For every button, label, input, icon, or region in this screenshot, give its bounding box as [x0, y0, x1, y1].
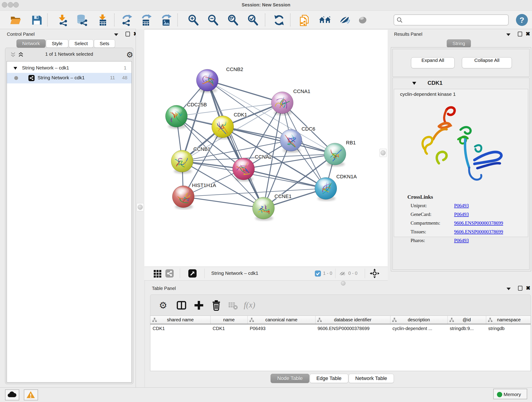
node-label-CCNB2: CCNB2 [226, 66, 243, 72]
export-network-button[interactable] [121, 14, 133, 26]
add-column-icon[interactable] [193, 300, 204, 311]
apply-layout-button[interactable] [273, 14, 285, 26]
table-cell[interactable]: P06493 [247, 324, 315, 332]
panel-float-icon[interactable] [126, 32, 130, 36]
crosslink-link[interactable]: P06493 [454, 203, 469, 209]
tree-expand-icon[interactable] [13, 67, 17, 70]
open-session-button[interactable] [10, 14, 22, 26]
table-cell[interactable]: CDK1 [210, 324, 247, 332]
tab-style[interactable]: Style [46, 39, 68, 48]
import-network-button[interactable] [56, 14, 68, 26]
network-collection-row[interactable]: String Network – cdk1 1 [7, 64, 132, 74]
warnings-button[interactable] [24, 389, 38, 400]
delete-table-icon[interactable] [228, 300, 238, 311]
panel-menu-icon[interactable] [507, 288, 511, 290]
column-header--id[interactable]: @id [447, 316, 486, 324]
hide-selected-button[interactable] [339, 14, 351, 26]
delete-column-icon[interactable] [211, 300, 222, 311]
table-cell[interactable]: stringdb:9... [447, 324, 486, 332]
birds-eye-view-button[interactable] [319, 14, 331, 26]
selected-checkbox-icon[interactable] [315, 270, 321, 277]
expand-all-button[interactable]: Expand All [411, 57, 455, 68]
table-cell[interactable]: 9606.ENSP00000378699 [315, 324, 390, 332]
function-builder-icon[interactable]: f(x) [244, 300, 262, 311]
crosslink-link[interactable]: 9606.ENSP00000378699 [454, 229, 503, 235]
search-input[interactable] [405, 15, 506, 24]
memory-button[interactable]: Memory [493, 389, 527, 399]
collection-count: 1 [124, 65, 127, 70]
save-session-button[interactable] [31, 14, 43, 26]
crosslink-row: GeneCard:P06493 [411, 211, 525, 220]
panel-close-icon[interactable]: ✖ [526, 32, 530, 36]
cloud-status-button[interactable] [5, 389, 19, 400]
column-header-namespace[interactable]: namespace [486, 316, 531, 324]
gear-icon[interactable]: ⚙ [159, 300, 170, 311]
column-header-description[interactable]: description [390, 316, 448, 324]
collapse-all-button[interactable]: Collapse All [462, 57, 512, 68]
panel-menu-icon[interactable] [506, 33, 510, 36]
protein-section-header[interactable]: CDK1 [393, 78, 529, 89]
network-node-CCNE1[interactable] [253, 197, 274, 221]
panel-menu-icon[interactable] [114, 33, 118, 36]
export-image-button[interactable] [161, 14, 172, 26]
zoom-in-button[interactable] [187, 14, 199, 26]
tab-select[interactable]: Select [69, 39, 94, 48]
panel-splitter[interactable] [136, 29, 145, 387]
network-row-selected[interactable]: String Network – cdk1 11 48 [7, 73, 132, 83]
network-node-CDK1[interactable] [212, 116, 234, 139]
zoom-selected-icon [247, 14, 259, 26]
tab-node-table[interactable]: Node Table [271, 374, 309, 383]
tab-network[interactable]: Network [17, 39, 46, 48]
import-table-button[interactable] [97, 14, 109, 26]
section-collapse-icon[interactable] [412, 82, 417, 85]
table-row[interactable]: CDK1CDK1P064939606.ENSP00000378699cyclin… [150, 324, 531, 332]
tab-edge-table[interactable]: Edge Table [310, 374, 348, 383]
table-cell[interactable]: CDK1 [150, 324, 210, 332]
network-node-CDKN1A[interactable] [315, 177, 337, 201]
toolbar-separator [114, 13, 114, 26]
help-button[interactable]: ? [516, 14, 528, 26]
grid-mode-icon[interactable] [153, 270, 161, 278]
table-cell[interactable]: stringdb [486, 324, 531, 332]
panel-float-icon[interactable] [518, 286, 522, 291]
network-node-CCNB1[interactable] [171, 150, 193, 174]
column-header-name[interactable]: name [210, 316, 248, 324]
tab-network-table[interactable]: Network Table [349, 374, 394, 383]
panel-float-icon[interactable] [518, 32, 522, 36]
open-in-new-window-icon[interactable] [188, 269, 196, 278]
export-table-button[interactable] [141, 14, 152, 26]
network-node-CCNA2[interactable] [233, 158, 254, 182]
network-canvas[interactable]: CCNB2CCNA1CDC25BCDK1CDC6RB1CCNB1CCNA2CDK… [144, 30, 388, 267]
network-node-RB1[interactable] [324, 143, 346, 167]
new-network-from-selection-button[interactable] [298, 14, 310, 26]
splitter-handle[interactable] [137, 203, 144, 211]
show-all-button[interactable] [357, 14, 369, 26]
zoom-fit-button[interactable] [227, 14, 239, 26]
crosslink-label: Tissues: [411, 229, 426, 235]
crosslink-link[interactable]: P06493 [454, 211, 469, 217]
import-network-from-database-button[interactable] [76, 14, 88, 26]
tab-sets[interactable]: Sets [94, 39, 115, 48]
right-splitter-handle[interactable] [380, 149, 387, 157]
zoom-selected-button[interactable] [247, 14, 259, 26]
crosslink-link[interactable]: P06493 [454, 238, 469, 243]
network-node-CDC25B[interactable] [165, 105, 187, 129]
zoom-out-button[interactable] [207, 14, 219, 26]
fit-content-crosshair-icon[interactable] [370, 269, 380, 278]
results-panel: Results Panel ✖ String Expand All Collap… [389, 30, 532, 283]
network-node-CDC6[interactable] [280, 129, 302, 153]
protein-section: CDK1 cyclin-dependent kinase 1 [393, 78, 530, 270]
panel-close-icon[interactable]: ✖ [526, 286, 530, 290]
column-header-shared-name[interactable]: shared name [150, 316, 210, 324]
network-node-CCNA1[interactable] [271, 92, 293, 115]
column-header-canonical-name[interactable]: canonical name [247, 316, 316, 324]
table-cell[interactable]: cyclin-dependent ... [390, 324, 447, 332]
control-panel-tabs: NetworkStyleSelectSets [17, 39, 115, 48]
network-node-HIST1H1A[interactable] [172, 186, 194, 209]
show-columns-icon[interactable] [176, 300, 187, 311]
column-header-database-identifier[interactable]: database identifier [315, 316, 390, 324]
tab-string[interactable]: String [447, 39, 471, 48]
crosslink-link[interactable]: 9606.ENSP00000378699 [454, 220, 503, 226]
gear-icon[interactable]: ⚙ [126, 50, 133, 59]
network-view-icon[interactable] [165, 269, 174, 278]
